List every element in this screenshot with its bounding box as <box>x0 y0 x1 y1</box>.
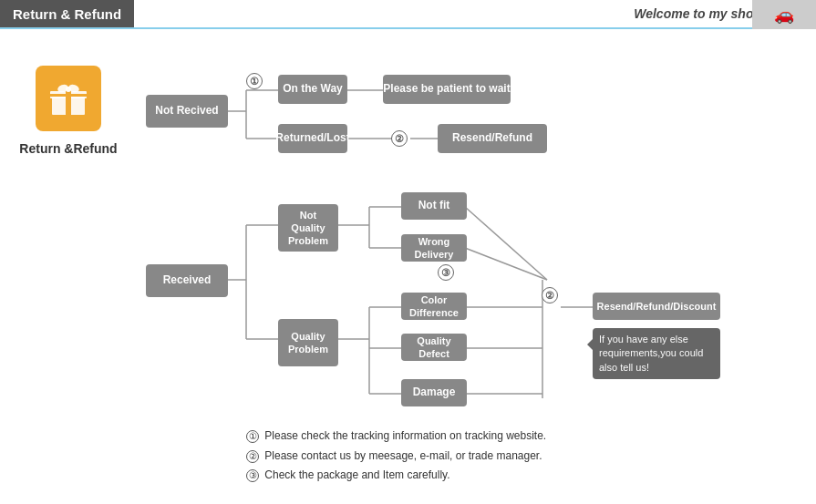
info-box: If you have any else requirements,you co… <box>593 328 720 379</box>
wrong-delivery-node: Wrong Delivery <box>401 234 467 262</box>
circle-3: ③ <box>438 264 454 281</box>
damage-node: Damage <box>401 379 467 406</box>
circle-2-bottom: ② <box>542 287 558 303</box>
svg-line-27 <box>465 248 547 280</box>
quality-defect-node: Quality Defect <box>401 334 467 361</box>
quality-problem-node: Quality Problem <box>278 319 338 366</box>
svg-line-28 <box>465 207 547 280</box>
footer-note-3: ③ Check the package and Item carefully. <box>246 466 546 486</box>
logo-area: Return &Refund <box>9 38 128 504</box>
header-title-text: Return & Refund <box>13 6 121 22</box>
info-box-arrow <box>587 337 594 352</box>
logo-text: Return &Refund <box>19 140 117 157</box>
footer-note-1: ① Please check the tracking information … <box>246 427 546 447</box>
not-received-node: Not Recived <box>146 95 228 128</box>
circle-2-top: ② <box>391 130 408 147</box>
received-node: Received <box>146 264 228 297</box>
gift-icon <box>36 66 101 131</box>
returned-lost-node: Returned/Lost <box>278 124 347 153</box>
svg-point-6 <box>66 87 71 92</box>
resend-refund-top-node: Resend/Refund <box>438 124 547 153</box>
on-the-way-node: On the Way <box>278 75 347 104</box>
header-title: Return & Refund <box>0 0 134 27</box>
main-content: Return &Refund <box>0 29 816 504</box>
not-fit-node: Not fit <box>401 192 467 220</box>
svg-rect-3 <box>50 94 87 97</box>
diagram: ① ② ③ ② Not Recived On the Way Returned/… <box>128 38 816 504</box>
footer-note-2: ② Please contact us by meesage, e-mail, … <box>246 447 546 467</box>
not-quality-node: Not Quality Problem <box>278 204 338 252</box>
circle-1: ① <box>246 73 263 89</box>
color-difference-node: Color Difference <box>401 293 467 320</box>
footer-notes: ① Please check the tracking information … <box>246 427 546 486</box>
header: Return & Refund Welcome to my shop 🚗 <box>0 0 816 29</box>
car-icon: 🚗 <box>752 0 816 29</box>
please-patient-node: Please be patient to wait <box>383 75 511 104</box>
resend-refund-discount-node: Resend/Refund/Discount <box>593 293 720 320</box>
